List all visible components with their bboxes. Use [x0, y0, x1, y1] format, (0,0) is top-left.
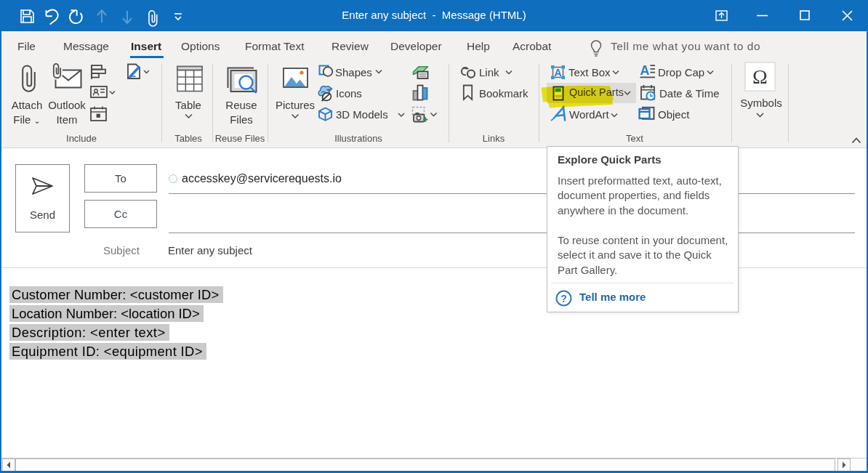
- svg-text:A: A: [554, 67, 561, 78]
- svg-text:?: ?: [560, 293, 567, 304]
- svg-text:A: A: [640, 63, 650, 78]
- svg-text:Ω: Ω: [752, 65, 768, 88]
